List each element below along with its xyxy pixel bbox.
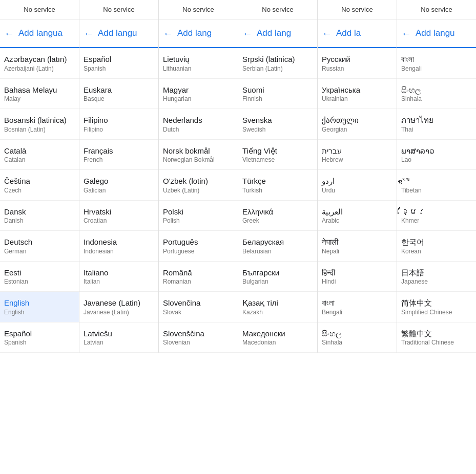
list-item[interactable]: ΕλληνικάGreek xyxy=(238,201,317,231)
back-button-0[interactable]: ← xyxy=(4,28,14,39)
back-button-2[interactable]: ← xyxy=(163,28,173,39)
list-item[interactable]: বাংলাBengali xyxy=(397,48,476,79)
status-segment-2: No service xyxy=(159,0,238,19)
list-item[interactable]: EuskaraBasque xyxy=(79,79,158,110)
lang-native-name: नेपाली xyxy=(322,237,392,247)
lang-native-name: Srpski (latinica) xyxy=(242,54,313,64)
list-item[interactable]: DanskDanish xyxy=(0,201,79,231)
back-button-4[interactable]: ← xyxy=(322,28,332,39)
lang-native-name: ภาษาไทย xyxy=(401,115,472,125)
list-item[interactable]: LietuviųLithuanian xyxy=(159,48,238,79)
list-item[interactable]: PolskiPolish xyxy=(159,201,238,231)
lang-list-0: Azərbaycan (latın)Azerbaijani (Latin)Bah… xyxy=(0,48,79,353)
list-item[interactable]: ქართულიGeorgian xyxy=(318,109,397,140)
list-item[interactable]: HrvatskiCroatian xyxy=(79,201,158,231)
list-item[interactable]: 한국어Korean xyxy=(397,231,476,262)
list-item[interactable]: SlovenčinaSlovak xyxy=(159,292,238,322)
lang-english-name: Russian xyxy=(322,65,392,72)
list-item[interactable]: FilipinoFilipino xyxy=(79,109,158,140)
lang-native-name: 繁體中文 xyxy=(401,329,472,339)
back-button-1[interactable]: ← xyxy=(84,28,94,39)
lang-english-name: German xyxy=(4,248,75,255)
list-item[interactable]: Bahasa MelayuMalay xyxy=(0,79,79,110)
list-item[interactable]: Bosanski (latinica)Bosnian (Latin) xyxy=(0,109,79,140)
status-bar: No serviceNo serviceNo serviceNo service… xyxy=(0,0,476,19)
back-button-3[interactable]: ← xyxy=(242,28,253,39)
list-item[interactable]: Қазақ тіліKazakh xyxy=(238,292,317,322)
lang-native-name: Magyar xyxy=(163,85,234,95)
lang-english-name: Czech xyxy=(4,187,75,194)
lang-english-name: Sinhala xyxy=(401,95,472,102)
list-item[interactable]: ItalianoItalian xyxy=(79,262,158,292)
lang-english-name: Nepali xyxy=(322,248,392,255)
list-item[interactable]: БългарскиBulgarian xyxy=(238,262,317,292)
lang-native-name: বাংলা xyxy=(401,54,472,64)
status-segment-3: No service xyxy=(238,0,318,19)
lang-english-name: Swedish xyxy=(242,126,313,133)
list-item[interactable]: NederlandsDutch xyxy=(159,109,238,140)
list-item[interactable]: FrançaisFrench xyxy=(79,140,158,170)
list-item[interactable]: ພາສາລາວLao xyxy=(397,140,476,170)
list-item[interactable]: Azərbaycan (latın)Azerbaijani (Latin) xyxy=(0,48,79,79)
list-item[interactable]: МакедонскиMacedonian xyxy=(238,322,317,353)
list-item[interactable]: Norsk bokmålNorwegian Bokmål xyxy=(159,140,238,170)
list-item[interactable]: SlovenščinaSlovenian xyxy=(159,322,238,353)
list-item[interactable]: O'zbek (lotin)Uzbek (Latin) xyxy=(159,170,238,201)
list-item[interactable]: SvenskaSwedish xyxy=(238,109,317,140)
list-item[interactable]: বাংলাBengali xyxy=(318,292,397,322)
list-item[interactable]: MagyarHungarian xyxy=(159,79,238,110)
list-item[interactable]: БеларускаяBelarusian xyxy=(238,231,317,262)
list-item[interactable]: IndonesiaIndonesian xyxy=(79,231,158,262)
list-item[interactable]: CatalàCatalan xyxy=(0,140,79,170)
list-item[interactable]: नेपालीNepali xyxy=(318,231,397,262)
list-item[interactable]: DeutschGerman xyxy=(0,231,79,262)
lang-native-name: Hrvatski xyxy=(84,207,154,217)
list-item[interactable]: PortuguêsPortuguese xyxy=(159,231,238,262)
list-item[interactable]: العربيةArabic xyxy=(318,201,397,231)
lang-native-name: සිංහල xyxy=(322,329,392,339)
list-item[interactable]: Tiếng ViệtVietnamese xyxy=(238,140,317,170)
list-item[interactable]: EspañolSpanish xyxy=(79,48,158,79)
lang-native-name: Ελληνικά xyxy=(242,207,313,217)
list-item[interactable]: རྒྱལTibetan xyxy=(397,170,476,201)
lang-native-name: རྒྱལ xyxy=(401,176,472,186)
list-item[interactable]: RomânăRomanian xyxy=(159,262,238,292)
list-item[interactable]: EnglishEnglish xyxy=(0,292,79,322)
list-item[interactable]: ČeštinaCzech xyxy=(0,170,79,201)
list-item[interactable]: УкраїнськаUkrainian xyxy=(318,79,397,110)
list-item[interactable]: РусскийRussian xyxy=(318,48,397,79)
list-item[interactable]: ภาษาไทยThai xyxy=(397,109,476,140)
back-button-5[interactable]: ← xyxy=(401,28,411,39)
lang-native-name: සිංහල xyxy=(401,85,472,95)
lang-english-name: Finnish xyxy=(242,95,313,102)
list-item[interactable]: EspañolSpanish xyxy=(0,322,79,353)
lang-english-name: Macedonian xyxy=(242,339,313,346)
panel-3: ←Add langSrpski (latinica)Serbian (Latin… xyxy=(238,19,318,353)
list-item[interactable]: Srpski (latinica)Serbian (Latin) xyxy=(238,48,317,79)
list-item[interactable]: עבריתHebrew xyxy=(318,140,397,170)
list-item[interactable]: हिन्दीHindi xyxy=(318,262,397,292)
lang-native-name: Dansk xyxy=(4,207,75,217)
list-item[interactable]: Javanese (Latin)Javanese (Latin) xyxy=(79,292,158,322)
lang-native-name: Български xyxy=(242,268,313,278)
list-item[interactable]: TürkçeTurkish xyxy=(238,170,317,201)
lang-native-name: 日本語 xyxy=(401,268,472,278)
list-item[interactable]: اردوUrdu xyxy=(318,170,397,201)
lang-english-name: Georgian xyxy=(322,126,392,133)
list-item[interactable]: LatviešuLatvian xyxy=(79,322,158,353)
lang-english-name: Indonesian xyxy=(84,248,154,255)
panel-header-5: ←Add langu xyxy=(397,19,476,48)
list-item[interactable]: SuomiFinnish xyxy=(238,79,317,110)
list-item[interactable]: සිංහලSinhala xyxy=(397,79,476,110)
list-item[interactable]: EestiEstonian xyxy=(0,262,79,292)
list-item[interactable]: 日本語Japanese xyxy=(397,262,476,292)
list-item[interactable]: GalegoGalician xyxy=(79,170,158,201)
lang-english-name: Azerbaijani (Latin) xyxy=(4,65,75,72)
lang-native-name: Italiano xyxy=(84,268,154,278)
list-item[interactable]: ខ្មែរKhmer xyxy=(397,201,476,231)
lang-native-name: Indonesia xyxy=(84,237,154,247)
list-item[interactable]: 繁體中文Traditional Chinese xyxy=(397,322,476,353)
list-item[interactable]: 简体中文Simplified Chinese xyxy=(397,292,476,322)
list-item[interactable]: සිංහලSinhala xyxy=(318,322,397,353)
panel-0: ←Add languaAzərbaycan (latın)Azerbaijani… xyxy=(0,19,79,353)
